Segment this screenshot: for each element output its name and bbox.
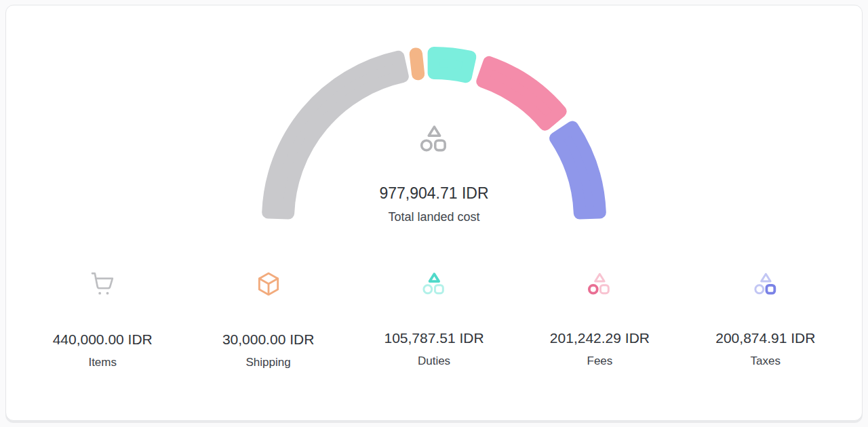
stat-amount: 200,874.91 IDR	[683, 330, 848, 346]
stat-label: Fees	[517, 354, 682, 368]
gauge-segment-items[interactable]	[268, 57, 403, 214]
stat-label: Taxes	[683, 354, 848, 368]
shapes-triangle-icon	[420, 270, 448, 298]
gauge-segment-fees[interactable]	[482, 62, 560, 125]
landed-cost-card: 977,904.71 IDR Total landed cost 440,000…	[5, 5, 863, 421]
shapes-square-icon	[752, 270, 779, 298]
stat-amount: 440,000.00 IDR	[20, 331, 185, 348]
gauge-segment-taxes[interactable]	[555, 127, 600, 213]
stat-duties: 105,787.51 IDR Duties	[351, 270, 517, 369]
gauge-segment-shipping[interactable]	[416, 54, 418, 74]
stat-amount: 201,242.29 IDR	[517, 330, 682, 346]
package-icon	[255, 270, 282, 298]
stat-amount: 105,787.51 IDR	[351, 330, 517, 346]
stat-amount: 30,000.00 IDR	[185, 331, 351, 348]
cart-icon	[89, 270, 116, 298]
stat-shipping: 30,000.00 IDR Shipping	[185, 270, 351, 369]
stat-label: Items	[20, 356, 185, 369]
stat-fees: 201,242.29 IDR Fees	[517, 270, 682, 369]
stat-items: 440,000.00 IDR Items	[20, 270, 185, 369]
landed-cost-gauge: 977,904.71 IDR Total landed cost	[258, 43, 610, 226]
cost-breakdown-row: 440,000.00 IDR Items 30,000.00 IDR Shipp…	[6, 270, 862, 369]
stat-label: Shipping	[185, 356, 351, 369]
stat-taxes: 200,874.91 IDR Taxes	[683, 270, 848, 369]
stat-label: Duties	[351, 354, 517, 368]
gauge-segment-duties[interactable]	[434, 53, 471, 77]
shapes-circle-icon	[586, 270, 613, 298]
gauge-arc-svg	[258, 43, 610, 226]
